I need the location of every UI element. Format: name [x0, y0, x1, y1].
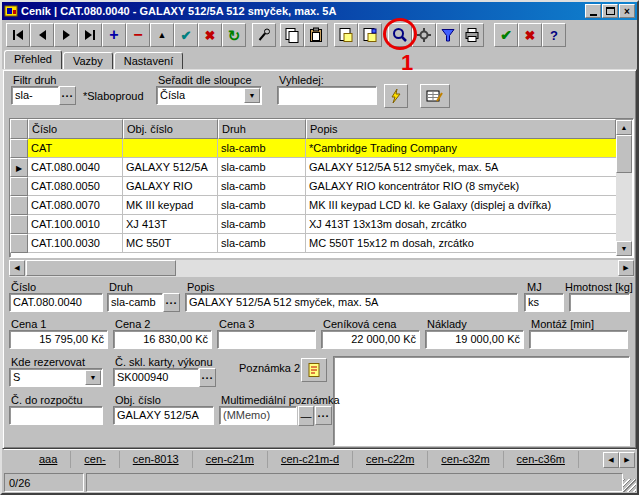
cell-druh[interactable]: sla-camb [218, 139, 306, 158]
cell-popis[interactable]: MC 550T 15x12 m dosah, zrcátko [306, 234, 616, 253]
grid-column-header[interactable]: Obj. číslo [123, 119, 218, 139]
filtr-druh-ellipsis-button[interactable]: ... [59, 86, 76, 105]
table-row[interactable]: CAT.080.0050 GALAXY RIO sla-camb GALAXY … [10, 177, 616, 196]
grid-column-header[interactable]: Popis [306, 119, 616, 139]
poznamka2-memo[interactable] [333, 356, 630, 446]
kde-rezervovat-combo[interactable]: S ▼ [9, 368, 103, 387]
cell-druh[interactable]: sla-camb [218, 196, 306, 215]
tab-nastaveni[interactable]: Nastavení [114, 52, 184, 69]
cena2-field[interactable]: 16 830,00 Kč [113, 330, 212, 349]
cell-obj-cislo[interactable]: MC 550T [123, 234, 218, 253]
cell-cislo[interactable]: CAT.100.0010 [28, 215, 123, 234]
grid-horizontal-scrollbar[interactable]: ◀ ▶ [9, 260, 634, 277]
table-row[interactable]: CAT.080.0070 MK III keypad sla-camb MK I… [10, 196, 616, 215]
table-row[interactable]: CAT.100.0010 XJ 413T sla-camb XJ 413T 13… [10, 215, 616, 234]
search-input[interactable] [277, 86, 377, 105]
popis-field[interactable]: GALAXY 512/5A 512 smyček, max. 5A [185, 293, 518, 312]
cell-cislo[interactable]: CAT.080.0070 [28, 196, 123, 215]
sort-dropdown-icon[interactable]: ▼ [244, 88, 260, 103]
obj-cislo-field[interactable]: GALAXY 512/5A [113, 406, 214, 425]
cell-obj-cislo[interactable]: GALAXY RIO [123, 177, 218, 196]
cell-popis[interactable]: MK III keypad LCD kl. ke Galaxy (displej… [306, 196, 616, 215]
druh-field[interactable]: sla-camb [107, 293, 163, 312]
vertical-scroll-thumb[interactable] [616, 135, 632, 173]
cena1-field[interactable]: 15 795,00 Kč [9, 330, 108, 349]
grid-column-header[interactable]: Druh [218, 119, 306, 139]
table-row[interactable]: CAT sla-camb *Cambridge Trading Company [10, 139, 616, 158]
scroll-down-icon[interactable]: ▼ [616, 241, 632, 256]
edit-record-button[interactable]: ▲ [150, 23, 174, 47]
pin-button[interactable] [252, 23, 276, 47]
cell-obj-cislo[interactable]: XJ 413T [123, 215, 218, 234]
scroll-up-icon[interactable]: ▲ [616, 120, 632, 135]
exit-button[interactable]: ✖ [518, 23, 542, 47]
view-tab[interactable]: cen-c21m-d [268, 451, 353, 468]
refresh-button[interactable]: ↻ [222, 23, 246, 47]
cell-cislo[interactable]: CAT.080.0040 [28, 158, 123, 177]
table-row[interactable]: CAT.100.0030 MC 550T sla-camb MC 550T 15… [10, 234, 616, 253]
tab-vazby[interactable]: Vazby [63, 52, 113, 69]
document-link-button[interactable] [358, 23, 382, 47]
post-edit-button[interactable]: ✔ [174, 23, 198, 47]
last-record-button[interactable] [78, 23, 102, 47]
hmotnost-field[interactable] [569, 293, 630, 312]
table-row[interactable]: ▶ CAT.080.0040 GALAXY 512/5A sla-camb GA… [10, 158, 616, 177]
scroll-left-icon[interactable]: ◀ [9, 260, 25, 276]
filtr-druh-field[interactable]: sla- [11, 86, 59, 105]
view-tab[interactable]: cen-8013 [120, 451, 193, 468]
print-button[interactable] [460, 23, 484, 47]
cell-obj-cislo[interactable]: MK III keypad [123, 196, 218, 215]
insert-record-button[interactable]: + [102, 23, 126, 47]
grid-vertical-scrollbar[interactable]: ▲ ▼ [616, 120, 632, 256]
cell-cislo[interactable]: CAT.080.0050 [28, 177, 123, 196]
prior-record-button[interactable] [30, 23, 54, 47]
cell-cislo[interactable]: CAT [28, 139, 123, 158]
filter-button[interactable] [436, 23, 460, 47]
apply-button[interactable]: ✔ [494, 23, 518, 47]
mj-field[interactable]: ks [524, 293, 564, 312]
scroll-right-icon[interactable]: ▶ [618, 260, 634, 276]
close-button[interactable]: × [619, 4, 635, 18]
cell-druh[interactable]: sla-camb [218, 158, 306, 177]
mmemo-ellipsis-button[interactable]: ... [315, 406, 332, 425]
sort-combo[interactable]: Čísla ▼ [156, 86, 262, 105]
view-tab[interactable]: cen-c32m [428, 451, 503, 468]
view-tab[interactable]: aaa [26, 451, 71, 468]
copy-button[interactable] [280, 23, 304, 47]
tab-prehled[interactable]: Přehled [4, 50, 62, 69]
cell-druh[interactable]: sla-camb [218, 215, 306, 234]
paste-button[interactable] [304, 23, 328, 47]
view-tab[interactable]: cen-c22m [353, 451, 428, 468]
cell-druh[interactable]: sla-camb [218, 234, 306, 253]
druh-ellipsis-button[interactable]: ... [163, 293, 180, 312]
cell-obj-cislo[interactable] [123, 139, 218, 158]
search-button[interactable] [388, 23, 412, 47]
cancel-edit-button[interactable]: ✖ [198, 23, 222, 47]
cell-popis[interactable]: GALAXY 512/5A 512 smyček, max. 5A [306, 158, 616, 177]
cell-popis[interactable]: GALAXY RIO koncentrátor RIO (8 smyček) [306, 177, 616, 196]
view-tab[interactable]: cen-c21m [193, 451, 268, 468]
apply-filter-button[interactable] [384, 84, 408, 108]
cena3-field[interactable] [217, 330, 316, 349]
minimize-button[interactable] [585, 4, 601, 18]
cell-popis[interactable]: *Cambridge Trading Company [306, 139, 616, 158]
cenikova-field[interactable]: 22 000,00 Kč [321, 330, 420, 349]
view-tab[interactable]: cen- [71, 451, 119, 468]
first-record-button[interactable] [6, 23, 30, 47]
rozpocet-field[interactable] [9, 406, 103, 425]
grid-column-header[interactable]: Číslo [28, 119, 123, 139]
cislo-field[interactable]: CAT.080.0040 [9, 293, 103, 312]
delete-record-button[interactable]: − [126, 23, 150, 47]
grid-settings-button[interactable] [420, 84, 450, 108]
skl-karta-field[interactable]: SK000940 [113, 368, 199, 387]
mmemo-field[interactable]: (MMemo) [219, 406, 297, 425]
help-button[interactable]: ? [542, 23, 566, 47]
cell-popis[interactable]: XJ 413T 13x13m dosah, zrcátko [306, 215, 616, 234]
cell-obj-cislo[interactable]: GALAXY 512/5A [123, 158, 218, 177]
view-scroll-left-icon[interactable]: ◀ [603, 452, 619, 468]
naklady-field[interactable]: 19 000,00 Kč [425, 330, 524, 349]
cell-druh[interactable]: sla-camb [218, 177, 306, 196]
maximize-button[interactable] [602, 4, 618, 18]
view-scroll-right-icon[interactable]: ▶ [619, 452, 635, 468]
horizontal-scroll-thumb[interactable] [26, 260, 176, 276]
